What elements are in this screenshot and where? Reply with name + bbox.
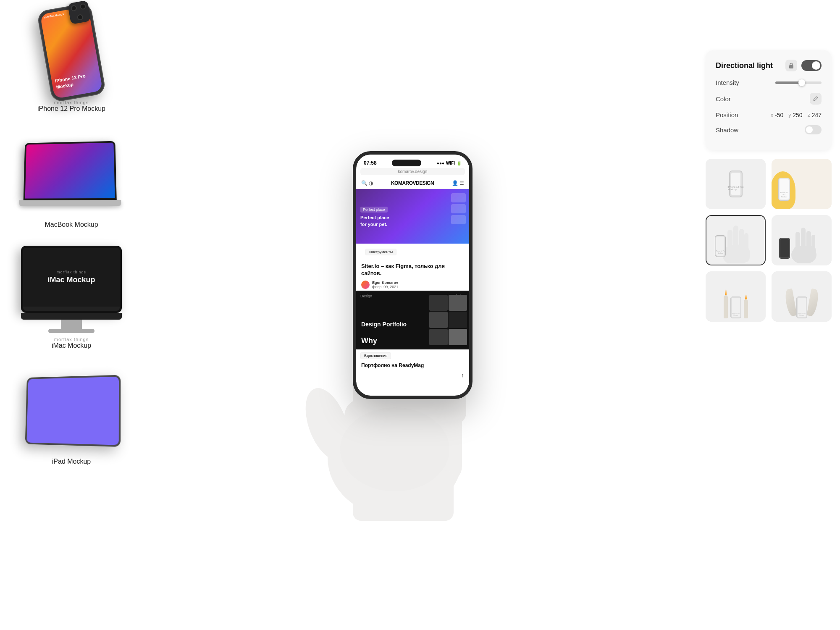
hero-phone: 07:58 ●●● WiFi 🔋 komarov.design 🔍 ◑ KOMA…: [353, 151, 472, 399]
portfolio-why: Why: [361, 336, 377, 345]
product-name-iphone: iPhone 12 Pro Mockup: [37, 105, 105, 113]
svg-point-8: [340, 407, 449, 491]
thumb-card-4[interactable]: 🔒: [772, 215, 832, 265]
light-card: Directional light Intensity Color: [706, 50, 832, 150]
product-image-iphone: morflax things iPhone 12 ProMockup: [17, 8, 126, 97]
svg-rect-9: [789, 65, 793, 68]
product-item-imac[interactable]: morflax things iMac Mockup morflax thing…: [8, 245, 134, 349]
color-row: Color: [716, 93, 822, 105]
main-canvas: 07:58 ●●● WiFi 🔋 komarov.design 🔍 ◑ KOMA…: [143, 0, 697, 630]
light-header-right: [785, 60, 822, 71]
position-row: Position x -50 y 250 z 247: [716, 111, 822, 118]
author-date: февр. 09, 2021: [372, 285, 398, 289]
product-label-macbook: MacBook Mockup: [45, 221, 98, 228]
phone-notch: [392, 160, 421, 166]
product-name-macbook: MacBook Mockup: [45, 221, 98, 228]
intensity-fill: [775, 81, 801, 84]
svg-rect-15: [726, 247, 750, 262]
light-toggle[interactable]: [801, 60, 822, 71]
pos-y: y 250: [788, 112, 802, 118]
intensity-thumb[interactable]: [798, 79, 805, 86]
svg-rect-12: [733, 226, 738, 250]
product-item-iphone[interactable]: morflax things iPhone 12 ProMockup morfl…: [8, 8, 134, 113]
light-title: Directional light: [716, 61, 773, 70]
thumb-card-6[interactable]: 🔒 iPhone 12 ProMockup: [772, 271, 832, 322]
pos-z-axis: z: [808, 112, 810, 118]
phone-time: 07:58: [364, 160, 377, 166]
phone-site-name: KOMAROVDESIGN: [391, 180, 434, 186]
product-image-imac: morflax things iMac Mockup: [17, 245, 126, 333]
pos-y-axis: y: [788, 112, 791, 118]
shadow-row: Shadow: [716, 125, 822, 134]
product-brand-iphone: morflax things: [37, 100, 105, 105]
product-image-macbook: [17, 129, 126, 218]
hero-phone-screen: 07:58 ●●● WiFi 🔋 komarov.design 🔍 ◑ KOMA…: [356, 155, 469, 396]
product-name-ipad: iPad Mockup: [52, 458, 91, 465]
thumb-card-5[interactable]: 🔒 iPhone 12 ProMockup: [706, 271, 766, 322]
phone-bottom-article: Портфолио на ReadyMag: [356, 361, 469, 370]
pos-z-value: 247: [812, 112, 822, 118]
position-coords: x -50 y 250 z 247: [771, 112, 822, 118]
intensity-label: Intensity: [716, 79, 739, 86]
phone-portfolio-img: Design Foundation Design Portfolio Why: [356, 291, 469, 349]
product-name-imac: iMac Mockup: [52, 342, 91, 349]
phone-status-bar: 07:58 ●●● WiFi 🔋: [356, 155, 469, 168]
left-sidebar: morflax things iPhone 12 ProMockup morfl…: [0, 0, 143, 630]
product-label-iphone: morflax things iPhone 12 Pro Mockup: [37, 100, 105, 113]
product-image-ipad: [17, 366, 126, 454]
pos-y-value: 250: [793, 112, 802, 118]
phone-scroll-up: ↑: [356, 370, 469, 380]
product-label-ipad: iPad Mockup: [52, 458, 91, 465]
phone-author-row: Egor Komarov февр. 09, 2021: [356, 279, 469, 291]
author-name: Egor Komarov: [372, 281, 398, 285]
phone-hero-img: Perfect place Perfect placefor your pet.: [356, 189, 469, 244]
position-label: Position: [716, 111, 738, 118]
light-card-header: Directional light: [716, 60, 822, 71]
light-lock-button[interactable]: [785, 60, 797, 71]
svg-rect-21: [793, 246, 816, 261]
product-brand-imac: morflax things: [52, 337, 91, 342]
intensity-slider[interactable]: [775, 81, 822, 84]
phone-nav: 🔍 ◑ KOMAROVDESIGN 👤 ☰: [356, 178, 469, 189]
thumb-card-3[interactable]: ✓ iPhone 12 ProMockup: [706, 215, 766, 265]
lock-icon: [788, 63, 794, 68]
pos-x: x -50: [771, 112, 783, 118]
phone-url-bar: komarov.design: [360, 168, 465, 175]
author-avatar: [361, 281, 370, 289]
pos-z: z 247: [808, 112, 822, 118]
phone-tag: Инструменты: [365, 249, 396, 255]
product-label-imac: morflax things iMac Mockup: [52, 337, 91, 349]
pos-x-axis: x: [771, 112, 773, 118]
color-label: Color: [716, 95, 731, 102]
phone-url: komarov.design: [398, 169, 428, 174]
color-edit-button[interactable]: [810, 93, 822, 105]
hero-mockup: 07:58 ●●● WiFi 🔋 komarov.design 🔍 ◑ KOMA…: [290, 134, 550, 496]
product-item-ipad[interactable]: iPad Mockup: [8, 366, 134, 465]
thumb-card-2[interactable]: iPhone 12 ProMockup: [772, 159, 832, 209]
shadow-toggle[interactable]: [805, 125, 822, 134]
thumbnail-grid: iPhone 12 ProMockup iPhone 12 ProMockup …: [706, 159, 832, 322]
portfolio-title: Design Portfolio: [361, 321, 407, 328]
phone-article-title: Siter.io – как Figma, только для сайтов.: [356, 259, 469, 279]
shadow-label: Shadow: [716, 126, 738, 134]
phone-tag2: Вдохновение: [360, 352, 391, 359]
intensity-row: Intensity: [716, 79, 822, 86]
pos-x-value: -50: [775, 112, 783, 118]
edit-icon: [813, 96, 819, 102]
product-item-macbook[interactable]: MacBook Mockup: [8, 129, 134, 228]
thumb-card-1[interactable]: iPhone 12 ProMockup: [706, 159, 766, 209]
right-panel: Directional light Intensity Color: [697, 0, 840, 630]
